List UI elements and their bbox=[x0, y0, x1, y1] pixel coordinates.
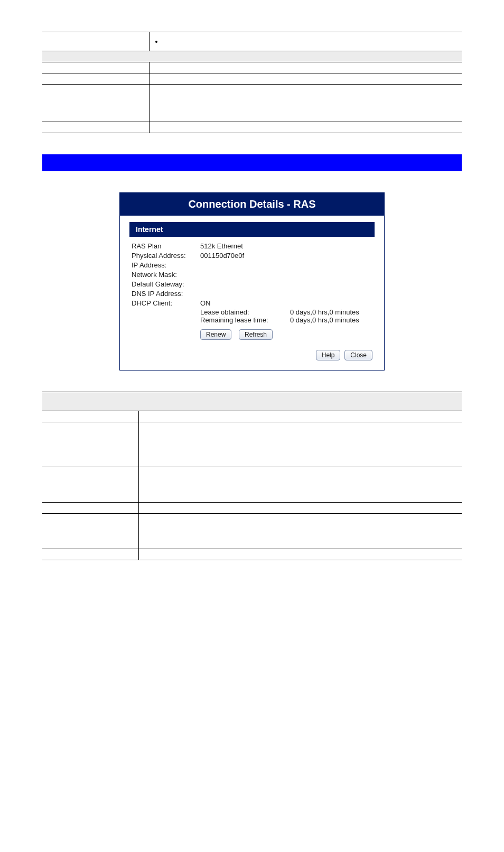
field-label: Network Mask: bbox=[132, 271, 200, 279]
field-value: 001150d70e0f bbox=[200, 252, 372, 260]
row-label bbox=[42, 549, 139, 560]
lease-obtained-label: Lease obtained: bbox=[200, 308, 290, 316]
row-value bbox=[150, 85, 462, 122]
table-row bbox=[42, 514, 462, 549]
row-value bbox=[150, 62, 462, 73]
row-label bbox=[42, 467, 139, 503]
table-row bbox=[42, 422, 462, 467]
row-value bbox=[139, 549, 462, 560]
field-value bbox=[200, 280, 372, 288]
field-value: 512k Ethernet bbox=[200, 242, 372, 250]
field-label: DHCP Client: bbox=[132, 299, 200, 340]
row-value bbox=[139, 411, 462, 422]
refresh-button[interactable]: Refresh bbox=[239, 329, 273, 340]
table-row bbox=[42, 73, 462, 85]
row-label bbox=[42, 85, 150, 122]
top-table-bullet-cell bbox=[150, 32, 462, 51]
row-value bbox=[139, 514, 462, 549]
dhcp-value-block: ON Lease obtained: 0 days,0 hrs,0 minute… bbox=[200, 299, 372, 340]
row-value bbox=[139, 467, 462, 503]
field-network-mask: Network Mask: bbox=[132, 271, 372, 279]
help-button[interactable]: Help bbox=[316, 350, 341, 360]
dhcp-lease-grid: Lease obtained: 0 days,0 hrs,0 minutes R… bbox=[200, 308, 372, 324]
bottom-table-section-header bbox=[42, 392, 462, 411]
row-label bbox=[42, 411, 139, 422]
dhcp-buttons: Renew Refresh bbox=[200, 329, 372, 340]
section-header-internet: Internet bbox=[129, 222, 375, 237]
row-value bbox=[139, 422, 462, 467]
table-row bbox=[42, 62, 462, 73]
window-footer-buttons: Help Close bbox=[120, 341, 384, 360]
field-label: RAS Plan bbox=[132, 242, 200, 250]
row-label bbox=[42, 514, 139, 549]
dhcp-status: ON bbox=[200, 299, 372, 307]
field-ip-address: IP Address: bbox=[132, 261, 372, 269]
remaining-lease-label: Remaining lease time: bbox=[200, 316, 290, 324]
field-label: DNS IP Address: bbox=[132, 290, 200, 298]
field-value bbox=[200, 261, 372, 269]
bottom-table-section-header-text bbox=[42, 392, 462, 411]
row-label bbox=[42, 62, 150, 73]
page: Connection Details - RAS Internet RAS Pl… bbox=[0, 0, 504, 852]
table-row bbox=[42, 411, 462, 422]
top-table-bullet-row bbox=[42, 32, 462, 51]
table-row bbox=[42, 122, 462, 133]
table-row bbox=[42, 503, 462, 514]
row-value bbox=[139, 503, 462, 514]
top-table bbox=[42, 32, 462, 133]
close-button[interactable]: Close bbox=[344, 350, 372, 360]
row-value bbox=[150, 122, 462, 133]
connection-fields: RAS Plan 512k Ethernet Physical Address:… bbox=[120, 242, 384, 340]
top-table-bullet bbox=[163, 38, 459, 45]
top-table-section-header-text bbox=[42, 51, 462, 62]
field-default-gateway: Default Gateway: bbox=[132, 280, 372, 288]
lease-obtained-value: 0 days,0 hrs,0 minutes bbox=[290, 308, 372, 316]
window-body: Internet RAS Plan 512k Ethernet Physical… bbox=[120, 222, 384, 370]
connection-details-window: Connection Details - RAS Internet RAS Pl… bbox=[119, 192, 385, 371]
row-label bbox=[42, 73, 150, 85]
row-label bbox=[42, 503, 139, 514]
field-value bbox=[200, 290, 372, 298]
renew-button[interactable]: Renew bbox=[200, 329, 231, 340]
remaining-lease-value: 0 days,0 hrs,0 minutes bbox=[290, 316, 372, 324]
bottom-table bbox=[42, 392, 462, 560]
row-label bbox=[42, 422, 139, 467]
window-title: Connection Details - RAS bbox=[120, 193, 384, 216]
field-physical-address: Physical Address: 001150d70e0f bbox=[132, 252, 372, 260]
field-dhcp-client: DHCP Client: ON Lease obtained: 0 days,0… bbox=[132, 299, 372, 340]
top-table-section-header bbox=[42, 51, 462, 62]
row-label bbox=[42, 122, 150, 133]
table-row bbox=[42, 467, 462, 503]
field-label: Default Gateway: bbox=[132, 280, 200, 288]
field-label: Physical Address: bbox=[132, 252, 200, 260]
section-divider-bar bbox=[42, 154, 462, 171]
field-label: IP Address: bbox=[132, 261, 200, 269]
field-ras-plan: RAS Plan 512k Ethernet bbox=[132, 242, 372, 250]
field-dns-ip: DNS IP Address: bbox=[132, 290, 372, 298]
table-row bbox=[42, 85, 462, 122]
row-value bbox=[150, 73, 462, 85]
table-row bbox=[42, 549, 462, 560]
field-value bbox=[200, 271, 372, 279]
top-table-bullet-label bbox=[42, 32, 150, 51]
